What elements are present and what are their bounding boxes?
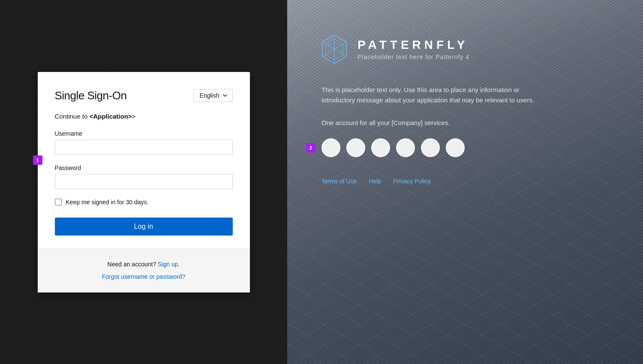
remember-row: Keep me signed in for 30 days. [55, 199, 233, 206]
login-card-main: Single Sign-On English Continue to <Appl… [38, 72, 250, 248]
remember-checkbox[interactable] [55, 199, 62, 206]
login-button[interactable]: Log in [55, 218, 233, 236]
brand-tagline: Placeholder text here for Patternfy 4 [358, 54, 469, 60]
password-input[interactable] [55, 174, 233, 189]
services-tagline: One account for all your [Company] servi… [322, 119, 617, 126]
login-card: 1 Single Sign-On English Continue to <Ap… [38, 72, 250, 292]
right-panel: PATTERNFLY Placeholder text here for Pat… [287, 0, 643, 364]
terms-of-use-link[interactable]: Terms of Use [322, 178, 357, 185]
signup-text: Need an account? Sign up. [55, 261, 233, 268]
service-circle-1 [322, 138, 340, 157]
login-card-footer: Need an account? Sign up. Forgot usernam… [38, 248, 250, 292]
username-input[interactable] [55, 140, 233, 155]
login-header: Single Sign-On English [55, 89, 233, 102]
service-circles: 2 [322, 138, 617, 157]
help-link[interactable]: Help [369, 178, 381, 185]
login-title: Single Sign-On [55, 89, 127, 102]
right-description: This is placeholder text only. Use this … [322, 85, 544, 105]
service-circle-4 [396, 138, 415, 157]
service-circle-2 [346, 138, 365, 157]
service-circle-5 [421, 138, 440, 157]
right-content: PATTERNFLY Placeholder text here for Pat… [287, 0, 643, 210]
pf-brand-text: PATTERNFLY Placeholder text here for Pat… [358, 38, 469, 60]
left-panel: 1 Single Sign-On English Continue to <Ap… [0, 0, 287, 364]
brand-name: PATTERNFLY [358, 38, 469, 52]
badge-annotation-2: 2 [306, 143, 315, 152]
continue-to-text: Continue to <Application>> [55, 113, 233, 120]
privacy-policy-link[interactable]: Privacy Policy [393, 178, 430, 185]
service-circle-6 [446, 138, 465, 157]
language-label: English [200, 92, 219, 99]
forgot-link[interactable]: Forgot username or password? [102, 273, 186, 280]
service-circle-3 [371, 138, 390, 157]
password-group: Password [55, 164, 233, 189]
username-label: Username [55, 130, 233, 137]
right-footer-links: Terms of Use Help Privacy Policy [322, 178, 617, 185]
patternfly-logo-icon [322, 34, 347, 64]
language-selector[interactable]: English [193, 89, 233, 102]
pf-brand: PATTERNFLY Placeholder text here for Pat… [322, 34, 617, 64]
username-group: Username [55, 130, 233, 155]
remember-label[interactable]: Keep me signed in for 30 days. [66, 199, 149, 206]
chevron-down-icon [223, 93, 227, 98]
badge-annotation-1: 1 [33, 155, 42, 165]
app-name: <Application> [89, 113, 132, 120]
signup-link[interactable]: Sign up. [158, 261, 180, 268]
password-label: Password [55, 164, 233, 171]
